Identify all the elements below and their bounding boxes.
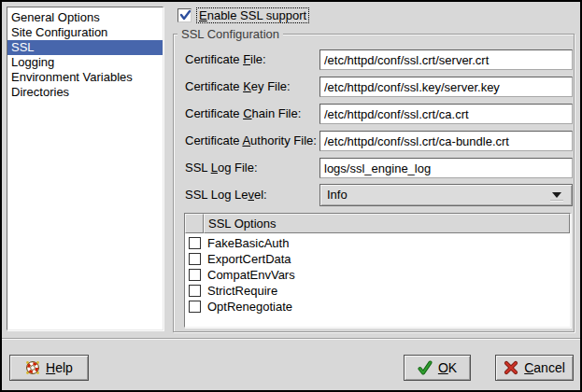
ssl-log-file-label: SSL Log File: bbox=[185, 161, 258, 175]
ssl-log-file-input[interactable] bbox=[319, 158, 573, 178]
ssl-configuration-frame: SSL Configuration Certificate File: Cert… bbox=[173, 34, 575, 332]
ssl-log-level-label: SSL Log Level: bbox=[185, 188, 267, 203]
exportcertdata-checkbox[interactable] bbox=[189, 253, 201, 265]
category-list: General Options Site Configuration SSL L… bbox=[7, 7, 163, 330]
optrenegotiate-checkbox[interactable] bbox=[189, 301, 201, 313]
lifebuoy-icon bbox=[25, 360, 40, 375]
checkbox-column-header[interactable] bbox=[185, 214, 204, 233]
check-icon bbox=[418, 360, 433, 375]
ssl-options-table: SSL Options FakeBasicAuth ExportCertData… bbox=[184, 213, 571, 328]
frame-title: SSL Configuration bbox=[177, 27, 283, 41]
certificate-file-label: Certificate File: bbox=[185, 52, 266, 67]
help-button-label: Help bbox=[46, 360, 73, 375]
certificate-key-file-label: Certificate Key File: bbox=[185, 79, 291, 94]
ssl-options-column-header[interactable]: SSL Options bbox=[204, 214, 570, 233]
table-row[interactable]: ExportCertData bbox=[185, 251, 570, 267]
sidebar-item-site-configuration[interactable]: Site Configuration bbox=[7, 25, 163, 40]
certificate-authority-file-label: Certificate Authority File: bbox=[185, 133, 317, 148]
ok-button-label: OK bbox=[438, 360, 457, 375]
compatenvvars-checkbox[interactable] bbox=[189, 269, 201, 281]
sidebar-item-environment-variables[interactable]: Environment Variables bbox=[7, 70, 163, 85]
sidebar-item-general-options[interactable]: General Options bbox=[7, 10, 163, 25]
cancel-button[interactable]: Cancel bbox=[495, 355, 574, 381]
httpd-config-dialog: General Options Site Configuration SSL L… bbox=[0, 0, 582, 392]
ok-button[interactable]: OK bbox=[404, 355, 471, 381]
enable-ssl-row: Enable SSL support bbox=[177, 7, 309, 23]
certificate-file-input[interactable] bbox=[319, 49, 573, 70]
strictrequire-checkbox[interactable] bbox=[189, 285, 201, 297]
certificate-chain-file-label: Certificate Chain File: bbox=[185, 106, 301, 121]
table-row[interactable]: StrictRequire bbox=[185, 283, 570, 299]
cancel-button-label: Cancel bbox=[524, 360, 565, 375]
sidebar-item-directories[interactable]: Directories bbox=[7, 85, 163, 100]
ssl-log-level-value: Info bbox=[327, 188, 348, 202]
enable-ssl-label[interactable]: Enable SSL support bbox=[196, 7, 309, 23]
table-body: FakeBasicAuth ExportCertData CompatEnvVa… bbox=[185, 233, 570, 315]
chevron-down-icon bbox=[552, 192, 561, 198]
certificate-chain-file-input[interactable] bbox=[319, 104, 573, 124]
dropdown-indicator-bar bbox=[550, 200, 563, 202]
checkmark-icon bbox=[178, 8, 192, 22]
enable-ssl-checkbox[interactable] bbox=[177, 8, 192, 22]
table-row[interactable]: FakeBasicAuth bbox=[185, 235, 570, 251]
sidebar-item-logging[interactable]: Logging bbox=[7, 55, 163, 70]
x-icon bbox=[504, 360, 518, 375]
help-button[interactable]: Help bbox=[9, 355, 89, 381]
sidebar-item-ssl[interactable]: SSL bbox=[7, 40, 163, 55]
certificate-key-file-input[interactable] bbox=[319, 77, 573, 97]
table-row[interactable]: OptRenegotiate bbox=[185, 299, 570, 315]
table-header: SSL Options bbox=[185, 214, 570, 233]
ssl-log-level-dropdown[interactable]: Info bbox=[319, 184, 573, 206]
certificate-authority-file-input[interactable] bbox=[319, 131, 573, 151]
table-row[interactable]: CompatEnvVars bbox=[185, 267, 570, 283]
bottom-separator bbox=[2, 338, 580, 340]
fakebasicauth-checkbox[interactable] bbox=[189, 237, 201, 249]
